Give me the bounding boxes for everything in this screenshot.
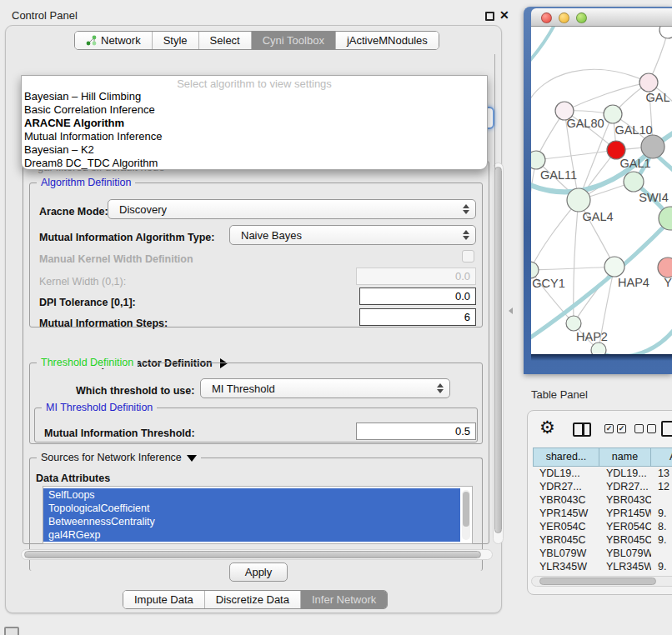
tab-discretize-data[interactable]: Discretize Data: [205, 591, 301, 608]
data-attributes-list[interactable]: SelfLoopsTopologicalCoefficientBetweenne…: [43, 486, 473, 544]
tab-select[interactable]: Select: [199, 32, 252, 49]
dock-panel-icon[interactable]: [4, 627, 19, 635]
network-node-gal11[interactable]: [531, 151, 545, 169]
settings-vertical-scrollbar[interactable]: [493, 162, 504, 544]
settings-horizontal-scrollbar[interactable]: [21, 549, 493, 560]
mi-threshold-label: Mutual Information Threshold:: [44, 428, 195, 439]
algorithm-option[interactable]: Dream8 DC_TDC Algorithm: [22, 157, 487, 170]
attribute-item-selected[interactable]: BetweennessCentrality: [43, 515, 460, 528]
minimize-traffic-light-icon[interactable]: [559, 12, 569, 23]
tab-network[interactable]: Network: [75, 32, 153, 49]
network-node-hap2[interactable]: [566, 316, 581, 331]
checked-checkbox-icon[interactable]: ✓: [604, 424, 614, 433]
network-node-hap4[interactable]: [604, 257, 624, 277]
screen: Control Panel ✕ NetworkStyleSelectCyni T…: [0, 0, 672, 635]
mi-type-label: Mutual Information Algorithm Type:: [39, 232, 214, 243]
attribute-item-selected[interactable]: gal4RGexp: [43, 528, 460, 542]
split-view-icon[interactable]: [573, 422, 591, 437]
node-label: GAL: [645, 91, 669, 104]
tab-jactivemnodules[interactable]: jActiveMNodules: [336, 32, 439, 49]
node-label: Y: [664, 276, 672, 289]
close-icon[interactable]: ✕: [499, 8, 509, 22]
apply-button[interactable]: Apply: [229, 562, 288, 582]
column-header[interactable]: A: [651, 448, 672, 467]
column-header[interactable]: shared...: [533, 448, 599, 467]
network-window-titlebar[interactable]: [531, 8, 672, 27]
which-threshold-combo[interactable]: MI Threshold: [200, 378, 450, 398]
which-threshold-label: Which threshold to use:: [76, 385, 194, 397]
threshold-definition-title: Threshold Definition: [37, 357, 138, 368]
aracne-mode-value: Discovery: [119, 203, 167, 216]
aracne-mode-combo[interactable]: Discovery: [108, 199, 476, 219]
gear-icon[interactable]: ⚙: [539, 419, 555, 436]
column-header[interactable]: name: [599, 448, 651, 467]
network-node-y[interactable]: [658, 258, 672, 278]
table-row[interactable]: YBR043CYBR043C: [533, 493, 672, 507]
list-scrollbar[interactable]: [462, 490, 470, 540]
network-node-gal4[interactable]: [567, 188, 590, 212]
mi-threshold-field[interactable]: 0.5: [356, 422, 476, 440]
tab-style[interactable]: Style: [153, 32, 199, 49]
combo-stepper-icon: [463, 204, 469, 214]
table-horizontal-scrollbar[interactable]: [531, 576, 672, 587]
mi-steps-label: Mutual Information Steps:: [39, 318, 168, 329]
manual-kernel-checkbox[interactable]: [462, 250, 474, 262]
table-row[interactable]: YPR145WYPR145W9.: [533, 507, 672, 520]
kernel-width-field[interactable]: 0.0: [356, 268, 476, 285]
algorithm-option[interactable]: Bayesian – Hill Climbing: [22, 90, 487, 103]
network-node[interactable]: [659, 27, 672, 38]
unchecked-checkbox-icon[interactable]: [634, 424, 644, 433]
network-node-gal10[interactable]: [604, 105, 622, 123]
manual-kernel-label: Manual Kernel Width Definition: [39, 253, 193, 265]
table-row[interactable]: YIL052CYIL052C9.: [533, 573, 672, 575]
bottom-tab-bar: Impute DataDiscretize DataInfer Network: [123, 590, 388, 609]
top-tab-bar: NetworkStyleSelectCyni ToolboxjActiveMNo…: [74, 31, 439, 50]
network-canvas[interactable]: GALGAL80GAL10GAL1GAL11SWI4GAL4GCY1HAP4YH…: [531, 27, 672, 354]
mi-type-combo[interactable]: Naive Bayes: [229, 225, 476, 245]
dpi-tolerance-label: DPI Tolerance [0,1]:: [39, 297, 136, 308]
algorithm-definition-title: Algorithm Definition: [37, 177, 135, 188]
table-row[interactable]: YBL079WYBL079W: [533, 547, 672, 560]
mi-steps-field[interactable]: 6: [359, 308, 476, 326]
network-node-gcy1[interactable]: [531, 262, 539, 278]
tab-impute-data[interactable]: Impute Data: [123, 591, 205, 608]
sources-group-title: Sources for Network Inference: [37, 452, 201, 463]
window-frame-shadow: [531, 354, 672, 361]
table-row[interactable]: YBR045CYBR045C9.: [533, 533, 672, 547]
network-node[interactable]: [641, 135, 664, 158]
split-pane-collapse-icon[interactable]: [509, 308, 513, 314]
close-traffic-light-icon[interactable]: [541, 12, 552, 23]
table-panel-title: Table Panel: [531, 388, 588, 401]
algorithm-option[interactable]: Mutual Information Inference: [22, 130, 487, 143]
unchecked-checkbox-icon[interactable]: [647, 424, 656, 433]
dpi-tolerance-field[interactable]: 0.0: [359, 288, 476, 305]
mi-type-value: Naive Bayes: [241, 229, 302, 242]
control-panel-title: Control Panel: [12, 9, 78, 22]
network-node-gal[interactable]: [639, 73, 658, 92]
network-node[interactable]: [659, 207, 672, 230]
algorithm-option[interactable]: Basic Correlation Inference: [22, 103, 487, 117]
attribute-item-selected[interactable]: SelfLoops: [43, 488, 460, 502]
algorithm-option[interactable]: Bayesian – K2: [22, 143, 487, 157]
table-row[interactable]: YER054CYER054C8.: [533, 520, 672, 533]
document-icon[interactable]: [661, 421, 672, 437]
node-label: SWI4: [639, 191, 668, 204]
node-label: HAP2: [576, 330, 608, 343]
network-view-window: GALGAL80GAL10GAL1GAL11SWI4GAL4GCY1HAP4YH…: [524, 7, 672, 374]
algorithm-option[interactable]: ARACNE Algorithm: [22, 117, 487, 130]
attribute-item-selected[interactable]: TopologicalCoefficient: [43, 502, 460, 515]
algorithm-dropdown-popup: Select algorithm to view settings Bayesi…: [21, 75, 488, 170]
network-node-swi4[interactable]: [624, 172, 644, 192]
table-row[interactable]: YDL19...YDL19...13: [533, 467, 672, 480]
checked-checkbox-icon[interactable]: ✓: [617, 424, 626, 433]
node-label: HAP4: [618, 276, 649, 289]
table-row[interactable]: YDR27...YDR27...12: [533, 480, 672, 493]
table-header-row: shared...nameA: [533, 448, 672, 467]
table-row[interactable]: YLR345WYLR345W9.: [533, 560, 672, 573]
network-edge-highlighted: [531, 27, 556, 65]
tab-infer-network[interactable]: Infer Network: [301, 591, 387, 608]
float-window-icon[interactable]: [485, 12, 494, 21]
zoom-traffic-light-icon[interactable]: [576, 12, 587, 23]
network-node[interactable]: [591, 342, 606, 354]
tab-cyni-toolbox[interactable]: Cyni Toolbox: [252, 32, 336, 49]
